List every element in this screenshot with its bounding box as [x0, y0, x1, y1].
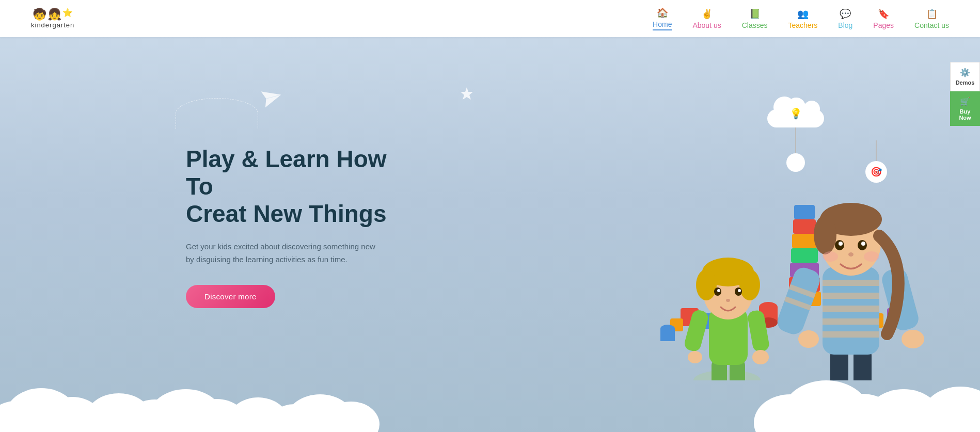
teachers-icon: 👥 — [797, 8, 809, 20]
nav-teachers[interactable]: 👥 Teachers — [788, 8, 818, 29]
svg-marker-2 — [461, 87, 473, 100]
demos-label: Demos — [956, 79, 975, 86]
children-svg — [588, 102, 949, 380]
svg-point-42 — [738, 289, 741, 292]
nav-about-label: About us — [692, 21, 721, 29]
svg-rect-50 — [823, 318, 879, 325]
blog-icon: 💬 — [840, 8, 851, 20]
nav-pages[interactable]: 🔖 Pages — [873, 8, 894, 29]
hero-section: 💡 🎯 Play & Learn How ToCreat New Things … — [0, 37, 980, 432]
nav-contact[interactable]: 📋 Contact us — [914, 8, 949, 29]
svg-point-64 — [861, 242, 865, 246]
svg-point-43 — [726, 299, 730, 302]
svg-point-37 — [696, 269, 717, 300]
svg-point-67 — [864, 251, 879, 262]
svg-rect-3 — [794, 205, 815, 219]
svg-rect-51 — [823, 331, 879, 338]
logo-icons: 🧒 👧 ⭐ — [33, 9, 73, 20]
nav-home[interactable]: 🏠 Home — [653, 7, 672, 30]
nav-teachers-label: Teachers — [788, 21, 818, 29]
buynow-icon: 🛒 — [960, 97, 970, 106]
discover-more-button[interactable]: Discover more — [186, 285, 275, 308]
hero-content: Play & Learn How ToCreat New Things Get … — [186, 146, 403, 308]
svg-rect-4 — [793, 219, 816, 234]
logo-figure-yellow: ⭐ — [62, 9, 73, 20]
nav-contact-label: Contact us — [914, 21, 949, 29]
hero-description: Get your kids excited about discovering … — [186, 240, 382, 266]
svg-point-63 — [839, 242, 843, 246]
logo-text: kindergarten — [31, 21, 74, 29]
svg-point-41 — [717, 289, 720, 292]
svg-rect-48 — [823, 293, 879, 299]
nav-home-label: Home — [653, 20, 672, 30]
header: 🧒 👧 ⭐ kindergarten 🏠 Home ✌️ About us 📗 … — [0, 0, 980, 37]
nav-about[interactable]: ✌️ About us — [692, 8, 721, 29]
svg-point-38 — [739, 269, 760, 300]
plane-trail — [176, 98, 258, 129]
svg-point-56 — [902, 330, 924, 348]
nav-classes[interactable]: 📗 Classes — [742, 8, 768, 29]
star-decoration — [460, 86, 474, 104]
nav-blog[interactable]: 💬 Blog — [838, 8, 852, 29]
logo-figure-red: 👧 — [48, 9, 61, 20]
svg-rect-5 — [792, 234, 817, 248]
buynow-button[interactable]: 🛒 Buy Now — [950, 91, 980, 126]
nav-pages-label: Pages — [873, 21, 894, 29]
hero-title: Play & Learn How ToCreat New Things — [186, 146, 403, 228]
svg-point-57 — [798, 330, 819, 348]
pages-icon: 🔖 — [878, 8, 889, 20]
svg-point-66 — [823, 251, 838, 262]
svg-rect-6 — [791, 248, 818, 263]
demos-icon: ⚙️ — [960, 68, 970, 77]
svg-point-60 — [814, 215, 836, 254]
svg-rect-25 — [660, 329, 675, 341]
buynow-label: Buy Now — [953, 108, 977, 121]
svg-rect-49 — [823, 306, 879, 312]
logo[interactable]: 🧒 👧 ⭐ kindergarten — [31, 9, 74, 29]
children-image — [588, 91, 949, 380]
home-icon: 🏠 — [657, 7, 668, 19]
demos-button[interactable]: ⚙️ Demos — [950, 62, 980, 91]
logo-figure-blue: 🧒 — [33, 9, 46, 20]
nav-classes-label: Classes — [742, 21, 768, 29]
about-icon: ✌️ — [701, 8, 713, 20]
contact-icon: 📋 — [926, 8, 938, 20]
svg-point-34 — [688, 351, 702, 363]
classes-icon: 📗 — [749, 8, 761, 20]
sidebar-right: ⚙️ Demos 🛒 Buy Now — [950, 62, 980, 126]
main-nav: 🏠 Home ✌️ About us 📗 Classes 👥 Teachers … — [653, 7, 949, 30]
svg-rect-47 — [823, 280, 879, 286]
svg-point-33 — [752, 350, 769, 364]
svg-point-65 — [848, 252, 853, 257]
nav-blog-label: Blog — [838, 21, 852, 29]
